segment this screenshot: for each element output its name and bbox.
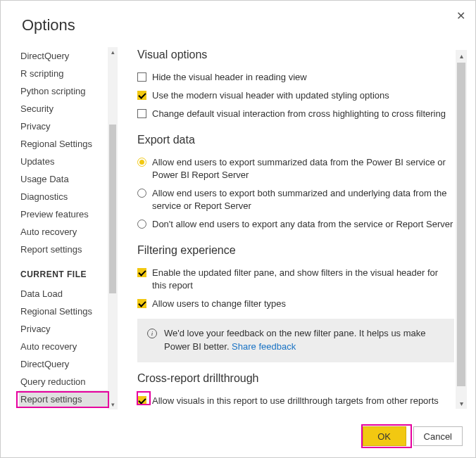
section-cross-report: Cross-report drillthrough bbox=[137, 372, 454, 385]
sidebar-item-cf-privacy[interactable]: Privacy bbox=[19, 320, 118, 338]
label-export-summarized: Allow end users to export summarized dat… bbox=[152, 156, 454, 182]
sidebar-item-report-settings[interactable]: Report settings bbox=[19, 241, 118, 258]
label-cross-report-drillthrough: Allow visuals in this report to use dril… bbox=[152, 395, 439, 407]
section-visual-options: Visual options bbox=[137, 49, 454, 61]
label-export-none: Don't allow end users to export any data… bbox=[152, 218, 453, 231]
sidebar-scroll-thumb[interactable] bbox=[109, 125, 116, 293]
section-export-data: Export data bbox=[137, 134, 454, 146]
checkbox-change-filter-types[interactable] bbox=[137, 299, 146, 308]
sidebar-item-updates[interactable]: Updates bbox=[19, 153, 118, 170]
label-change-filter-types: Allow users to change filter types bbox=[152, 298, 286, 310]
checkbox-modern-visual-header[interactable] bbox=[137, 91, 146, 100]
sidebar-item-cf-data-load[interactable]: Data Load bbox=[19, 285, 118, 303]
sidebar-item-regional-settings[interactable]: Regional Settings bbox=[19, 135, 118, 153]
sidebar-item-cf-regional-settings[interactable]: Regional Settings bbox=[19, 303, 118, 320]
cancel-button[interactable]: Cancel bbox=[413, 426, 463, 446]
sidebar-item-privacy[interactable]: Privacy bbox=[19, 117, 118, 135]
checkbox-cross-report-drillthrough[interactable] bbox=[137, 396, 146, 405]
radio-export-none[interactable] bbox=[137, 220, 146, 229]
ok-button[interactable]: OK bbox=[363, 426, 406, 446]
label-updated-filter-pane: Enable the updated filter pane, and show… bbox=[152, 267, 454, 292]
sidebar-item-preview-features[interactable]: Preview features bbox=[19, 205, 118, 223]
chevron-up-icon[interactable]: ▴ bbox=[108, 47, 118, 57]
sidebar-section-current-file: CURRENT FILE bbox=[19, 258, 118, 285]
sidebar-scrollbar[interactable]: ▴ ▾ bbox=[108, 47, 118, 409]
close-icon[interactable]: ✕ bbox=[456, 9, 465, 23]
sidebar-item-cf-auto-recovery[interactable]: Auto recovery bbox=[19, 338, 118, 355]
main-pane: Visual options Hide the visual header in… bbox=[118, 47, 475, 409]
sidebar-item-security[interactable]: Security bbox=[19, 100, 118, 117]
sidebar-item-directquery[interactable]: DirectQuery bbox=[19, 47, 118, 65]
label-cross-filtering: Change default visual interaction from c… bbox=[152, 108, 446, 120]
sidebar-item-python-scripting[interactable]: Python scripting bbox=[19, 82, 118, 100]
label-export-both: Allow end users to export both summarize… bbox=[152, 187, 454, 212]
checkbox-hide-visual-header[interactable] bbox=[137, 72, 146, 82]
main-scroll-thumb[interactable] bbox=[457, 63, 465, 386]
sidebar-item-cf-directquery[interactable]: DirectQuery bbox=[19, 355, 118, 373]
chevron-up-icon[interactable]: ▴ bbox=[456, 50, 467, 61]
sidebar: DirectQuery R scripting Python scripting… bbox=[19, 47, 118, 409]
sidebar-item-cf-query-reduction[interactable]: Query reduction bbox=[19, 373, 118, 390]
feedback-text: We'd love your feedback on the new filte… bbox=[164, 327, 444, 354]
feedback-panel: i We'd love your feedback on the new fil… bbox=[137, 319, 454, 362]
sidebar-item-auto-recovery[interactable]: Auto recovery bbox=[19, 223, 118, 241]
share-feedback-link[interactable]: Share feedback bbox=[232, 341, 296, 352]
checkbox-cross-filtering[interactable] bbox=[137, 109, 146, 118]
section-filtering: Filtering experience bbox=[137, 244, 454, 257]
radio-export-summarized[interactable] bbox=[137, 158, 146, 167]
chevron-down-icon[interactable]: ▾ bbox=[456, 397, 467, 409]
sidebar-item-diagnostics[interactable]: Diagnostics bbox=[19, 188, 118, 205]
info-icon: i bbox=[147, 329, 157, 338]
sidebar-item-cf-report-settings[interactable]: Report settings bbox=[19, 390, 118, 408]
label-hide-visual-header: Hide the visual header in reading view bbox=[152, 71, 307, 84]
sidebar-item-r-scripting[interactable]: R scripting bbox=[19, 65, 118, 82]
checkbox-updated-filter-pane[interactable] bbox=[137, 268, 146, 277]
label-modern-visual-header: Use the modern visual header with update… bbox=[152, 89, 389, 102]
main-scrollbar[interactable]: ▴ ▾ bbox=[456, 50, 467, 409]
sidebar-item-usage-data[interactable]: Usage Data bbox=[19, 170, 118, 188]
radio-export-both[interactable] bbox=[137, 189, 146, 198]
chevron-down-icon[interactable]: ▾ bbox=[108, 400, 118, 409]
dialog-title: Options bbox=[1, 1, 475, 47]
